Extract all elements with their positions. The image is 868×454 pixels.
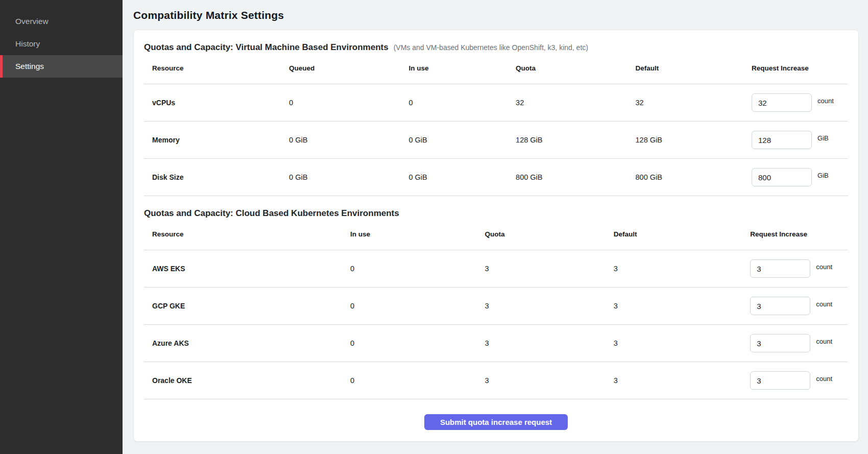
oracle-oke-request-input[interactable] [750, 371, 810, 390]
column-header-default: Default [614, 230, 751, 238]
resource-name: AWS EKS [144, 265, 350, 273]
memory-request-input[interactable] [752, 131, 812, 149]
queued-value: 0 GiB [289, 136, 408, 144]
unit-label: count [816, 375, 832, 383]
quota-value: 3 [485, 376, 613, 385]
column-header-default: Default [636, 64, 752, 72]
default-value: 3 [614, 339, 751, 347]
in-use-value: 0 [350, 265, 485, 273]
column-header-resource: Resource [144, 64, 289, 72]
unit-label: GiB [817, 172, 829, 179]
table-row: GCP GKE 0 3 3 count [144, 288, 848, 325]
disk-size-request-input[interactable] [752, 168, 812, 186]
submit-quota-increase-button[interactable]: Submit quota increase request [424, 414, 568, 430]
page-title: Compatibility Matrix Settings [133, 9, 859, 21]
default-value: 800 GiB [636, 173, 752, 181]
column-header-request-increase: Request Increase [752, 64, 848, 72]
default-value: 3 [614, 265, 751, 273]
quota-value: 800 GiB [516, 173, 635, 181]
resource-name: GCP GKE [144, 302, 350, 310]
quota-value: 32 [516, 99, 635, 107]
unit-label: GiB [817, 134, 829, 142]
default-value: 3 [614, 376, 751, 385]
unit-label: count [816, 300, 832, 308]
in-use-value: 0 GiB [408, 173, 516, 181]
active-indicator [0, 55, 3, 78]
table-row: vCPUs 0 0 32 32 count [144, 84, 848, 122]
column-header-quota: Quota [485, 230, 613, 238]
in-use-value: 0 [408, 99, 516, 107]
table-row: Azure AKS 0 3 3 count [144, 325, 848, 362]
sidebar-item-history[interactable]: History [0, 33, 123, 55]
column-header-in-use: In use [408, 64, 516, 72]
column-header-resource: Resource [144, 230, 350, 238]
resource-name: Memory [144, 136, 289, 144]
quota-value: 3 [485, 339, 613, 347]
gcp-gke-request-input[interactable] [750, 297, 810, 315]
resource-name: Disk Size [144, 173, 289, 181]
column-header-quota: Quota [516, 64, 635, 72]
in-use-value: 0 [350, 339, 485, 347]
cloud-quotas-section: Quotas and Capacity: Cloud Based Kuberne… [144, 208, 848, 399]
sidebar-item-settings[interactable]: Settings [0, 55, 123, 78]
aws-eks-request-input[interactable] [750, 259, 810, 278]
resource-name: vCPUs [144, 99, 289, 107]
vcpus-request-input[interactable] [752, 93, 812, 112]
unit-label: count [816, 338, 832, 345]
in-use-value: 0 [350, 376, 485, 385]
sidebar-item-label: Overview [15, 17, 49, 26]
quota-value: 3 [485, 302, 613, 310]
section-subtitle: (VMs and VM-based Kubernetes like OpenSh… [394, 43, 588, 52]
settings-card: Quotas and Capacity: Virtual Machine Bas… [133, 30, 859, 442]
table-row: Disk Size 0 GiB 0 GiB 800 GiB 800 GiB Gi… [144, 159, 848, 196]
quota-value: 3 [485, 265, 613, 273]
table-row: AWS EKS 0 3 3 count [144, 250, 848, 288]
sidebar-nav: Overview History Settings [0, 10, 123, 78]
azure-aks-request-input[interactable] [750, 334, 810, 352]
resource-name: Azure AKS [144, 339, 350, 347]
table-header-row: Resource Queued In use Quota Default Req… [144, 53, 848, 84]
table-row: Memory 0 GiB 0 GiB 128 GiB 128 GiB GiB [144, 122, 848, 159]
section-heading: Quotas and Capacity: Virtual Machine Bas… [144, 42, 389, 53]
queued-value: 0 [289, 99, 408, 107]
in-use-value: 0 GiB [408, 136, 516, 144]
section-heading: Quotas and Capacity: Cloud Based Kuberne… [144, 208, 399, 219]
table-row: Oracle OKE 0 3 3 count [144, 362, 848, 399]
default-value: 3 [614, 302, 751, 310]
main-content: Compatibility Matrix Settings Quotas and… [123, 0, 868, 454]
in-use-value: 0 [350, 302, 485, 310]
vm-quotas-section: Quotas and Capacity: Virtual Machine Bas… [144, 42, 848, 196]
resource-name: Oracle OKE [144, 376, 350, 385]
table-header-row: Resource In use Quota Default Request In… [144, 219, 848, 250]
default-value: 128 GiB [636, 136, 752, 144]
column-header-in-use: In use [350, 230, 485, 238]
unit-label: count [816, 263, 832, 271]
quota-value: 128 GiB [516, 136, 635, 144]
column-header-queued: Queued [289, 64, 408, 72]
sidebar-item-overview[interactable]: Overview [0, 10, 123, 33]
queued-value: 0 GiB [289, 173, 408, 181]
sidebar-item-label: History [15, 39, 40, 49]
default-value: 32 [636, 99, 752, 107]
unit-label: count [817, 97, 834, 105]
sidebar: Overview History Settings [0, 0, 123, 454]
column-header-request-increase: Request Increase [750, 230, 848, 238]
sidebar-item-label: Settings [15, 62, 44, 71]
